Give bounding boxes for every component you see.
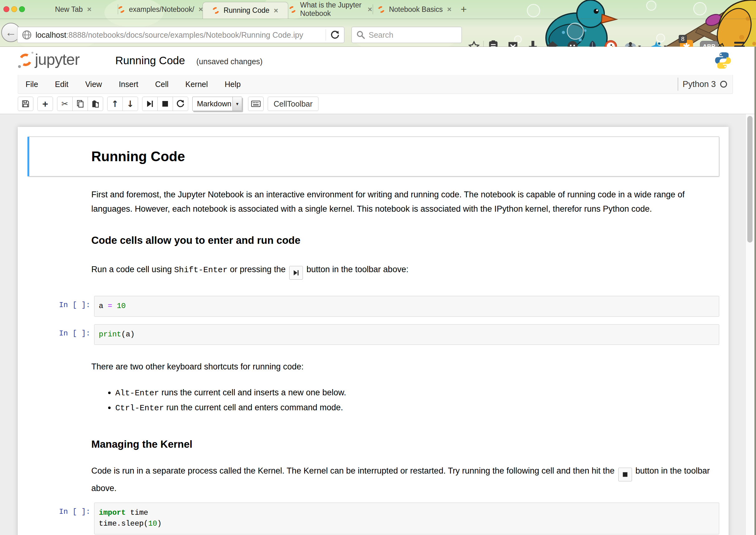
menu-hamburger-button[interactable] — [734, 42, 745, 47]
code-token: 10 — [117, 302, 126, 310]
hello-chat-button[interactable] — [567, 41, 579, 47]
run-line-post: button in the toolbar above: — [304, 265, 409, 274]
menu-kernel[interactable]: Kernel — [177, 80, 216, 89]
cell-type-value: Markdown — [193, 97, 232, 111]
chevron-down-icon[interactable]: ▾ — [664, 43, 666, 47]
menu-edit[interactable]: Edit — [46, 80, 77, 89]
code-token: ) — [157, 520, 161, 528]
copy-cell-button[interactable] — [72, 97, 88, 111]
notebook-container: Running Code First and foremost, the Jup… — [18, 127, 729, 535]
page-scrollbar-track[interactable] — [745, 114, 754, 535]
cell-toolbar-button[interactable]: CellToolbar — [268, 97, 318, 111]
duckduckgo-button[interactable] — [605, 40, 617, 47]
reload-button[interactable] — [326, 29, 344, 41]
insert-cell-below-button[interactable]: + — [38, 97, 53, 111]
move-cell-down-button[interactable]: ↓ — [122, 97, 138, 111]
fly-extension-button[interactable]: ▾ — [624, 41, 641, 47]
tab-new-tab[interactable]: New Tab × — [30, 0, 117, 19]
quill-extension-button[interactable] — [587, 40, 598, 47]
code-token: time — [125, 509, 148, 517]
restart-kernel-button[interactable] — [173, 97, 188, 111]
tab-separator — [373, 4, 373, 14]
selected-markdown-cell[interactable]: Running Code — [27, 137, 719, 177]
menu-insert[interactable]: Insert — [110, 80, 147, 89]
tab-notebook-basics[interactable]: Notebook Basics × — [374, 0, 456, 19]
select-dropdown-arrow-icon[interactable]: ▼ — [232, 97, 242, 111]
tab-close-icon[interactable]: × — [447, 5, 451, 14]
chevron-down-icon[interactable]: ▾ — [719, 43, 722, 47]
paste-cell-button[interactable] — [88, 97, 103, 111]
kernel-paragraph[interactable]: Code is run in a separate process called… — [91, 464, 714, 496]
url-bar[interactable]: localhost:8888/notebooks/docs/source/exa… — [17, 27, 344, 43]
move-cell-up-button[interactable]: ↑ — [107, 97, 123, 111]
interrupt-kernel-button[interactable] — [157, 97, 173, 111]
code-input-area[interactable]: print(a) — [94, 324, 719, 345]
section-heading-kernel[interactable]: Managing the Kernel — [91, 438, 719, 450]
code-input-area[interactable]: import timetime.sleep(10) — [94, 503, 719, 534]
tab-examples-notebook[interactable]: examples/Notebook/ × — [119, 0, 202, 19]
input-prompt: In [ ]: — [27, 503, 94, 516]
chevron-down-icon[interactable]: ▾ — [638, 43, 641, 47]
downloads-button[interactable] — [527, 40, 538, 47]
keyboard-icon — [251, 100, 260, 108]
cut-cell-button[interactable]: ✂ — [57, 97, 73, 111]
adblock-plus-button[interactable]: ABP ▾ — [700, 41, 722, 47]
new-tab-button[interactable]: + — [461, 4, 467, 14]
menu-cell[interactable]: Cell — [147, 80, 177, 89]
addon-asterisk-button[interactable]: ✱ 8 — [680, 40, 693, 47]
jupyter-logo[interactable]: jupyter — [19, 52, 79, 67]
lightbeam-extension-button[interactable]: ▾ — [650, 41, 666, 47]
toolbar-row: + ✂ ↑ — [0, 94, 756, 114]
list-item: Alt-Enter runs the current cell and inse… — [115, 385, 719, 400]
cell-type-select[interactable]: Markdown ▼ — [192, 97, 242, 111]
code-cell-3[interactable]: In [ ]: import timetime.sleep(10) — [27, 503, 719, 534]
search-box[interactable] — [352, 27, 462, 43]
notebook-h1-title: Running Code — [91, 149, 713, 164]
section-heading-code-cells[interactable]: Code cells allow you to enter and run co… — [91, 235, 719, 246]
tab-label: Notebook Basics — [389, 5, 443, 14]
menu-help[interactable]: Help — [216, 80, 249, 89]
home-button[interactable] — [546, 41, 559, 47]
menu-row: File Edit View Insert Cell Kernel Help P… — [0, 75, 756, 94]
page-scrollbar-thumb[interactable] — [747, 116, 753, 242]
menu-file[interactable]: File — [18, 80, 46, 89]
copy-icon — [76, 100, 84, 108]
menu-view[interactable]: View — [77, 80, 110, 89]
minimize-window-button[interactable] — [11, 6, 17, 12]
bookmark-star-button[interactable] — [468, 41, 480, 47]
tab-close-icon[interactable]: × — [368, 5, 372, 14]
run-cell-button[interactable] — [142, 97, 158, 111]
blue-spark-icon — [650, 41, 662, 47]
tab-running-code-active[interactable]: Running Code × — [202, 2, 288, 19]
home-icon — [546, 41, 559, 47]
shortcuts-list[interactable]: Alt-Enter runs the current cell and inse… — [115, 385, 719, 415]
shortcuts-intro[interactable]: There are two other keyboard shortcuts f… — [91, 360, 714, 374]
pocket-button[interactable] — [507, 41, 519, 47]
notebook-title[interactable]: Running Code — [115, 54, 185, 67]
tab-close-icon[interactable]: × — [274, 6, 278, 15]
tab-what-is-jupyter[interactable]: What is the Jupyter Notebook × — [289, 0, 372, 19]
search-input[interactable] — [369, 31, 446, 40]
code-input-area[interactable]: a = 10 — [94, 296, 719, 317]
tab-label: New Tab — [55, 5, 83, 14]
kernel-para-pre: Code is run in a separate process called… — [91, 466, 617, 475]
asterisk-addon-icon: ✱ 8 — [680, 40, 693, 47]
tab-close-icon[interactable]: × — [87, 5, 92, 14]
stop-icon — [162, 100, 169, 107]
notebook-body: Running Code First and foremost, the Jup… — [0, 114, 756, 535]
command-palette-button[interactable] — [248, 97, 264, 111]
bullet-text: run the current cell and enters command … — [164, 403, 343, 412]
close-window-button[interactable] — [3, 6, 9, 12]
ctrl-enter-code: Ctrl-Enter — [115, 404, 164, 413]
smiley-chat-icon — [567, 41, 579, 47]
input-prompt: In [ ]: — [27, 324, 94, 338]
bullet-text: runs the current cell and inserts a new … — [159, 388, 346, 397]
intro-paragraph[interactable]: First and foremost, the Jupyter Notebook… — [91, 188, 714, 216]
reading-list-button[interactable] — [488, 40, 499, 47]
save-button[interactable] — [18, 97, 33, 111]
zoom-window-button[interactable] — [19, 6, 25, 12]
run-instruction-line[interactable]: Run a code cell using Shift-Enter or pre… — [91, 263, 714, 280]
code-cell-1[interactable]: In [ ]: a = 10 — [27, 296, 719, 317]
code-cell-2[interactable]: In [ ]: print(a) — [27, 324, 719, 345]
reading-list-icon — [488, 40, 499, 47]
